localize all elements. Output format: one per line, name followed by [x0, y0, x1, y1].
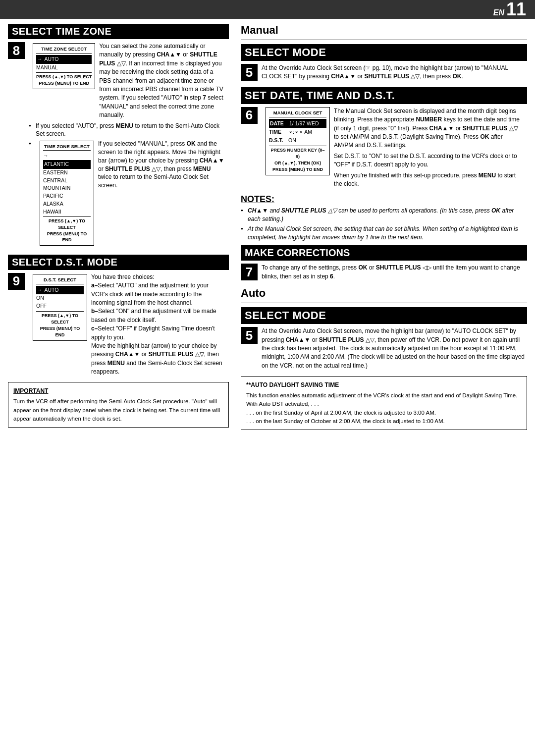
mcb-title: MANUAL CLOCK SET	[269, 109, 326, 117]
tz-arrow-2: →	[43, 152, 49, 160]
tz-box1-auto: → AUTO	[36, 55, 92, 64]
manual-clock-box-wrap: MANUAL CLOCK SET DATE 1/ 1/97 WED TIME ⚬…	[266, 107, 330, 175]
dst-box-title: D.S.T. SELECT	[36, 276, 84, 284]
step-6-row: 6 MANUAL CLOCK SET DATE 1/ 1/97 WED	[241, 107, 527, 189]
menu-6: MENU	[479, 172, 496, 179]
tz-box1-manual: MANUAL	[36, 64, 92, 72]
auto-divider	[241, 303, 527, 303]
important-text: Turn the VCR off after performing the Se…	[13, 397, 223, 423]
menu-bold-1: MENU	[116, 122, 133, 129]
step-9-number: 9	[8, 273, 25, 290]
tz-central: CENTRAL	[43, 177, 91, 185]
section-5-auto-title: SELECT MODE	[241, 307, 527, 324]
tz-display-2: TIME ZONE SELECT → ATLANTIC EASTERN CENT…	[40, 141, 94, 246]
note-1-text: CH▲▼ and SHUTTLE PLUS △▽ can be used to …	[248, 207, 514, 222]
step-5-auto-content: At the Override Auto Clock Set screen, m…	[262, 327, 527, 370]
ok-7: OK	[358, 264, 367, 271]
section-6-block: SET DATE, TIME AND D.S.T. 6 MANUAL CLOCK…	[241, 87, 527, 189]
mcb-time-val: ⚬:⚬⚬ AM	[288, 128, 312, 136]
step-5-auto-row: 5 At the Override Auto Clock Set screen,…	[241, 327, 527, 370]
section-9-title: SELECT D.S.T. MODE	[8, 255, 229, 270]
c-label: c–	[91, 325, 98, 332]
make-corrections-block: MAKE CORRECTIONS 7 To change any of the …	[241, 245, 527, 281]
step-6-p3: When you're finished with this set-up pr…	[334, 171, 523, 189]
step-8-row: 8 TIME ZONE SELECT → AUTO MANUA	[8, 42, 229, 249]
mcb-date-label: DATE	[270, 119, 287, 128]
step-6-number: 6	[241, 107, 258, 124]
tz-arrow-1: →	[37, 55, 43, 63]
section-6-title: SET DATE, TIME AND D.S.T.	[241, 87, 527, 104]
step-8-bullets: If you selected "AUTO", press MENU to re…	[29, 122, 229, 247]
mcb-time-row: TIME ⚬:⚬⚬ AM	[269, 128, 326, 136]
step-7-text: To change any of the settings, press OK …	[262, 264, 527, 281]
cha-5m: CHA	[331, 73, 344, 80]
notes-section: NOTES: CH▲▼ and SHUTTLE PLUS △▽ can be u…	[241, 194, 527, 241]
dst-arrow: →	[37, 286, 43, 294]
shuttle-6: SHUTTLE PLUS	[463, 125, 508, 132]
tz-pacific: PACIFIC	[43, 192, 91, 200]
tz-arrow-row: →	[43, 152, 91, 160]
tz-alaska: ALASKA	[43, 200, 91, 208]
dst-on: ON	[36, 294, 84, 302]
tz-eastern: EASTERN	[43, 169, 91, 177]
auto-dst-bullet1: . . . on the first Sunday of April at 2:…	[246, 409, 522, 417]
shuttle-bold-2: SHUTTLE PLUS	[105, 165, 150, 172]
step-6-text-part: The Manual Clock Set screen is displayed…	[334, 107, 523, 189]
cha-bold-9: CHA	[115, 351, 128, 358]
shuttle-7: SHUTTLE PLUS	[376, 264, 421, 271]
ok-6: OK	[480, 133, 489, 140]
left-column: SELECT TIME ZONE 8 TIME ZONE SELECT → AU…	[8, 24, 236, 430]
dst-display: D.S.T. SELECT → AUTO ON OFF PRESS (▲,▼) …	[33, 274, 87, 341]
bullet-auto: If you selected "AUTO", press MENU to re…	[29, 122, 229, 139]
a-label: a–	[91, 282, 98, 289]
menu-bold-2: MENU	[193, 165, 211, 172]
step-8-with-box: TIME ZONE SELECT → AUTO MANUAL PRESS (▲,…	[29, 42, 229, 120]
dst-off: OFF	[36, 302, 84, 310]
section-9-block: SELECT D.S.T. MODE 9 D.S.T. SELECT → AUT…	[8, 255, 229, 377]
manual-clock-display: MANUAL CLOCK SET DATE 1/ 1/97 WED TIME ⚬…	[266, 107, 330, 175]
number-bold: NUMBER	[416, 116, 442, 123]
ok-note1: OK	[491, 207, 500, 214]
step-5-auto-text: At the Override Auto Clock Set screen, m…	[262, 327, 527, 370]
note-2-text: At the Manual Clock Set screen, the sett…	[248, 225, 518, 241]
tz-mountain: MOUNTAIN	[43, 184, 91, 192]
tz-atlantic: ATLANTIC	[43, 160, 91, 169]
cha-note1: CH	[248, 207, 256, 214]
mcb-time-label: TIME	[269, 128, 286, 136]
right-column: Manual SELECT MODE 5 At the Override Aut…	[236, 24, 527, 430]
step-7-content: To change any of the settings, press OK …	[262, 264, 527, 281]
step-8-para1: You can select the zone automatically or…	[99, 42, 225, 120]
step-5-auto-number: 5	[241, 327, 258, 344]
dst-box: D.S.T. SELECT → AUTO ON OFF PRESS (▲,▼) …	[33, 273, 87, 342]
step-9-c: c–Select "OFF" if Daylight Saving Time d…	[91, 324, 225, 342]
cha-6: CHA	[429, 125, 442, 132]
cha-label-1: CHA	[157, 51, 169, 58]
step-9-a: a–Select "AUTO" and the adjustment to yo…	[91, 281, 225, 307]
auto-dst-text1: This function enables automatic adjustme…	[246, 391, 522, 400]
make-corrections-title: MAKE CORRECTIONS	[241, 245, 527, 261]
step-6-p2: Set D.S.T. to "ON" to set the D.S.T. acc…	[334, 152, 523, 169]
shuttle-5m: SHUTTLE PLUS	[364, 73, 409, 80]
tz-auto: AUTO	[45, 55, 59, 63]
tz-box2-title: TIME ZONE SELECT	[43, 143, 91, 151]
step-5-manual-content: At the Override Auto Clock Set screen (☞…	[262, 64, 527, 81]
page-number: 11	[506, 0, 526, 18]
step-8-content: TIME ZONE SELECT → AUTO MANUAL PRESS (▲,…	[29, 42, 229, 249]
step-6-content: MANUAL CLOCK SET DATE 1/ 1/97 WED TIME ⚬…	[262, 107, 527, 189]
step-8-number: 8	[8, 42, 25, 59]
note-2: At the Manual Clock Set screen, the sett…	[241, 225, 527, 242]
note-1: CH▲▼ and SHUTTLE PLUS △▽ can be used to …	[241, 207, 527, 223]
auto-label: Auto	[241, 287, 527, 300]
time-zone-box-2: TIME ZONE SELECT → ATLANTIC EASTERN CENT…	[40, 140, 94, 247]
main-content: SELECT TIME ZONE 8 TIME ZONE SELECT → AU…	[0, 19, 535, 435]
mcb-press: PRESS NUMBER KEY (0–9)OR (▲,▼), THEN (OK…	[269, 146, 326, 173]
tz-box1-press: PRESS (▲,▼) TO SELECTPRESS (MENU) TO END	[36, 72, 92, 87]
mcb-date-val: 1/ 1/97 WED	[289, 119, 319, 128]
step-7-ref: 7	[203, 94, 206, 101]
step6-ref: 6	[330, 273, 333, 280]
section-5-auto-block: SELECT MODE 5 At the Override Auto Clock…	[241, 307, 527, 370]
dst-auto-row: → AUTO	[36, 286, 84, 295]
page-header: EN 11	[0, 0, 535, 19]
shuttle-bold-9: SHUTTLE PLUS	[149, 351, 194, 358]
shuttle-note1: SHUTTLE PLUS	[281, 207, 326, 214]
